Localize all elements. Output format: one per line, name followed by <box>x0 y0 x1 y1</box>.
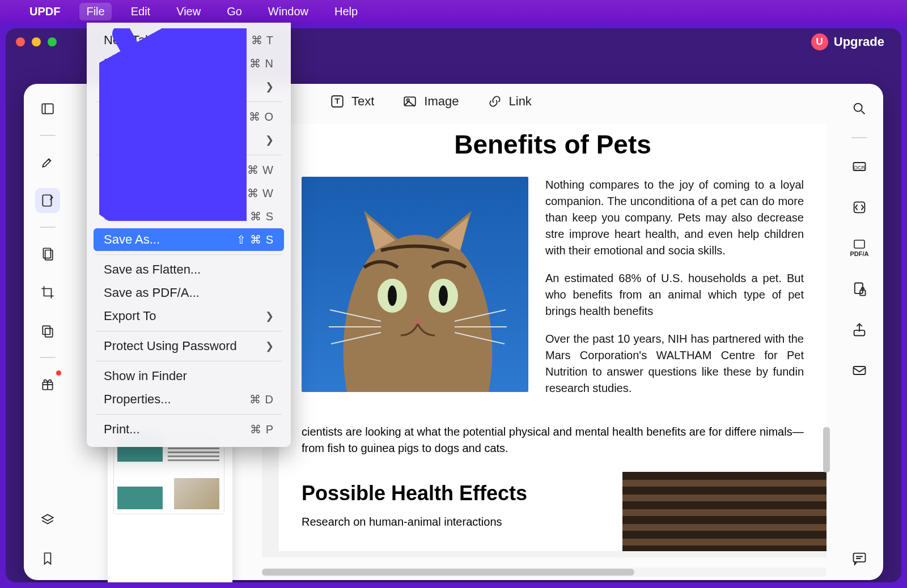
svg-rect-1 <box>43 195 51 206</box>
horizontal-scrollbar[interactable] <box>262 568 827 577</box>
file-menu-item-label: Save as Flatten... <box>104 262 201 277</box>
file-menu-item[interactable]: Print...⌘ P <box>94 418 284 441</box>
bookmark-tool-icon[interactable] <box>35 546 60 571</box>
toolbar-link-button[interactable]: Link <box>488 94 532 109</box>
separator <box>40 135 56 136</box>
chevron-right-icon: ❯ <box>265 80 274 93</box>
svg-rect-15 <box>854 367 866 374</box>
svg-text:OCR: OCR <box>854 165 866 171</box>
menubar-window[interactable]: Window <box>261 3 315 20</box>
svg-point-22 <box>388 286 397 306</box>
file-menu-item[interactable]: Save as PDF/A... <box>94 282 284 304</box>
file-menu-item-label: Save as PDF/A... <box>104 286 200 300</box>
keyboard-shortcut: ⌘ D <box>249 393 274 406</box>
paragraph-2: An estimated 68% of U.S. households a pe… <box>545 270 804 319</box>
paragraph-4: cientists are looking at what the potent… <box>302 424 804 457</box>
toolbar-image-label: Image <box>424 94 459 109</box>
toolbar-image-button[interactable]: Image <box>402 94 459 109</box>
mail-icon[interactable] <box>847 358 872 383</box>
file-menu-item[interactable]: Open...⌘ O <box>94 105 284 128</box>
svg-rect-5 <box>45 329 53 337</box>
menubar-file[interactable]: File <box>79 3 111 20</box>
keyboard-shortcut: ⇧ ⌘ S <box>236 233 274 246</box>
keyboard-shortcut: ⌘ N <box>249 57 274 70</box>
right-tool-rail: OCR PDF/A <box>841 93 878 571</box>
file-menu-item[interactable]: Protect Using Password❯ <box>94 335 284 357</box>
file-menu-item[interactable]: Properties...⌘ D <box>94 388 284 411</box>
keyboard-shortcut: ⌘ W <box>247 163 274 177</box>
edit-tool-icon[interactable] <box>35 188 60 213</box>
file-menu-item-label: New Window <box>104 56 176 71</box>
vertical-scroll-thumb[interactable] <box>823 427 830 472</box>
separator <box>40 227 56 228</box>
macos-menubar: UPDF File Edit View Go Window Help <box>0 0 907 23</box>
paragraph-3: Over the past 10 years, NIH has partnere… <box>545 331 804 397</box>
thumbnail-panel[interactable] <box>108 424 232 582</box>
ocr-icon[interactable]: OCR <box>847 154 872 179</box>
toolbar-text-button[interactable]: Text <box>330 94 374 109</box>
toolbar-link-label: Link <box>509 94 532 109</box>
organize-tool-icon[interactable] <box>35 241 60 266</box>
menubar-view[interactable]: View <box>169 3 207 20</box>
window-close-button[interactable] <box>16 37 25 46</box>
chevron-right-icon: ❯ <box>265 310 274 322</box>
svg-rect-16 <box>854 553 866 562</box>
chevron-right-icon: ❯ <box>265 340 274 352</box>
svg-rect-11 <box>854 240 864 248</box>
svg-rect-4 <box>43 326 50 334</box>
app-name[interactable]: UPDF <box>23 3 67 20</box>
vertical-scrollbar[interactable] <box>822 123 830 557</box>
file-menu-item[interactable]: Export To❯ <box>94 305 284 327</box>
keyboard-shortcut: ⌘ P <box>250 423 274 436</box>
svg-rect-0 <box>42 104 53 113</box>
search-icon[interactable] <box>847 96 872 121</box>
comment-icon[interactable] <box>847 546 872 571</box>
window-zoom-button[interactable] <box>48 37 57 46</box>
file-menu-item[interactable]: New Tab⌘ T <box>94 29 284 52</box>
file-menu-item[interactable]: Save as Flatten... <box>94 258 284 281</box>
file-menu-item-label: Save As... <box>104 232 160 247</box>
keyboard-shortcut: ⌘ T <box>251 33 274 47</box>
share-icon[interactable] <box>847 317 872 342</box>
menubar-help[interactable]: Help <box>328 3 365 20</box>
file-menu-item[interactable]: Close Tab⌘ W <box>94 159 284 181</box>
file-menu-item[interactable]: Save As...⇧ ⌘ S <box>94 228 284 251</box>
layers-tool-icon[interactable] <box>35 508 60 532</box>
file-menu-item[interactable]: Create❯ <box>94 75 284 98</box>
upgrade-button[interactable]: U Upgrade <box>811 33 891 50</box>
reader-tool-icon[interactable] <box>35 96 60 121</box>
file-menu-item-label: New Tab <box>104 33 152 48</box>
toolbar-text-label: Text <box>351 94 374 109</box>
file-menu-item-label: Close Tab <box>104 163 159 177</box>
highlighter-tool-icon[interactable] <box>35 150 60 174</box>
document-viewport[interactable]: Benefits of Pets <box>262 123 827 557</box>
file-menu-item-label: Properties... <box>104 392 171 407</box>
pdfa-icon[interactable]: PDF/A <box>847 236 872 261</box>
convert-icon[interactable] <box>847 195 872 220</box>
pages-tool-icon[interactable] <box>35 318 60 343</box>
protect-icon[interactable] <box>847 276 872 301</box>
paragraph-1: Nothing compares to the joy of coming to… <box>545 177 804 259</box>
file-menu-item[interactable]: New Window⌘ N <box>94 52 284 75</box>
file-menu-item-label: Open... <box>104 109 145 124</box>
menubar-go[interactable]: Go <box>220 3 249 20</box>
gift-tool-icon[interactable] <box>35 372 60 397</box>
file-menu-item[interactable]: Open Recent❯ <box>94 129 284 151</box>
separator <box>851 137 867 138</box>
chevron-right-icon: ❯ <box>265 134 274 146</box>
file-menu-item[interactable]: Show in Finder <box>94 365 284 387</box>
left-tool-rail <box>29 93 66 571</box>
file-menu-item-label: Export To <box>104 309 156 323</box>
upgrade-badge-icon: U <box>811 33 828 50</box>
file-menu-item[interactable]: Close Window⇧ ⌘ W <box>94 182 284 204</box>
horizontal-scroll-thumb[interactable] <box>262 569 634 576</box>
crop-tool-icon[interactable] <box>35 280 60 305</box>
svg-point-7 <box>854 104 862 112</box>
file-menu-item-label: Protect Using Password <box>104 339 237 353</box>
menubar-edit[interactable]: Edit <box>124 3 157 20</box>
secondary-image <box>622 472 827 551</box>
cat-image <box>302 177 528 392</box>
upgrade-label: Upgrade <box>834 35 884 49</box>
window-minimize-button[interactable] <box>32 37 41 46</box>
keyboard-shortcut: ⌘ S <box>250 210 274 223</box>
